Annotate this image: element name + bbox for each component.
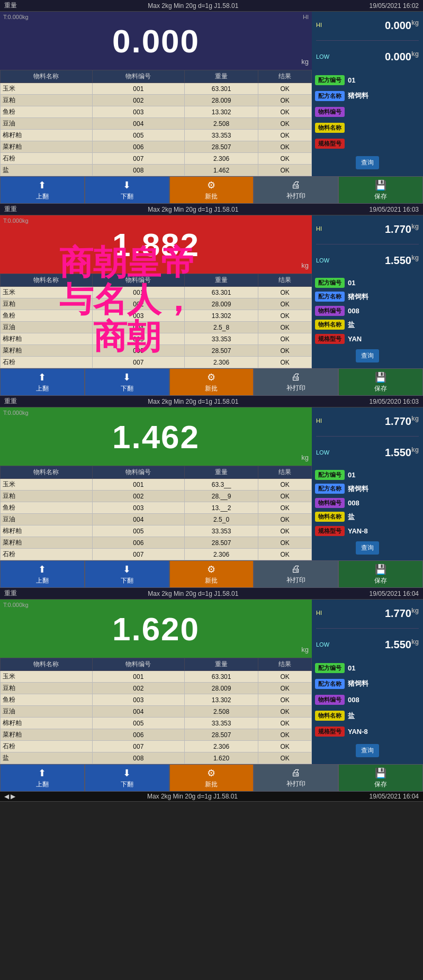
col-header: 物料名称: [1, 274, 93, 287]
btn-label-补打印: 补打印: [286, 192, 305, 201]
hi-row: HI 0.000kg: [316, 19, 419, 32]
formula-name-badge: 配方名称: [315, 484, 345, 494]
btn-上翻[interactable]: ⬆ 上翻: [0, 560, 85, 588]
btn-label-保存: 保存: [374, 780, 387, 789]
table-cell: 63.301: [184, 287, 258, 298]
btn-label-补打印: 补打印: [286, 779, 305, 788]
btn-上翻[interactable]: ⬆ 上翻: [0, 368, 85, 396]
spec-row: 规格型号 YAN: [315, 334, 420, 344]
btn-下翻[interactable]: ⬇ 下翻: [85, 560, 169, 588]
table-row: 棉籽粕00533.353OK: [1, 130, 312, 141]
btn-保存[interactable]: 💾 保存: [338, 764, 423, 792]
table-row: 豆油0042.5_0OK: [1, 514, 312, 525]
btn-label-下翻: 下翻: [121, 192, 133, 201]
table-cell: OK: [258, 83, 312, 95]
low-value: 0.000kg: [385, 50, 419, 63]
btn-补打印[interactable]: 🖨 补打印: [254, 764, 338, 792]
table-cell: 002: [92, 491, 184, 502]
table-row: 玉米00163.301OK: [1, 287, 312, 298]
weight-area: T:0.000kg HI 0.000 kg HI 0.000kg LOW 0.0…: [0, 12, 423, 70]
query-row[interactable]: 查询: [315, 348, 420, 364]
unit-kg: kg: [301, 453, 309, 461]
btn-上翻[interactable]: ⬆ 上翻: [0, 764, 85, 792]
bottom-left: ◀ ▶: [4, 793, 15, 800]
btn-label-上翻: 上翻: [36, 192, 49, 201]
btn-保存[interactable]: 💾 保存: [338, 176, 423, 204]
formula-no-value: 01: [348, 471, 355, 479]
material-no-badge: 物料编号: [315, 498, 345, 508]
col-header: 物料编号: [92, 70, 184, 83]
table-cell: 1.620: [184, 752, 258, 764]
query-button[interactable]: 查询: [356, 156, 379, 169]
formula-name-badge: 配方名称: [315, 679, 345, 689]
table-cell: 28.507: [184, 141, 258, 153]
spec-row: 规格型号 YAN-8: [315, 526, 420, 536]
table-cell: 004: [92, 706, 184, 718]
weight-main: T:0.000kg HI 0.000 kg: [0, 12, 312, 70]
table-cell: 63.301: [184, 83, 258, 95]
formula-name-row: 配方名称 猪饲料: [315, 91, 420, 101]
material-name-row: 物料名称 盐: [315, 512, 420, 522]
table-cell: 28.009: [184, 298, 258, 310]
material-no-badge: 物料编号: [315, 306, 345, 316]
table-cell: OK: [258, 729, 312, 741]
btn-下翻[interactable]: ⬇ 下翻: [85, 176, 169, 204]
weight-value: 0.000: [112, 22, 200, 60]
btn-保存[interactable]: 💾 保存: [338, 368, 423, 396]
low-value: 1.550kg: [385, 638, 419, 651]
query-row[interactable]: 查询: [315, 540, 420, 556]
query-button[interactable]: 查询: [356, 349, 379, 362]
btn-补打印[interactable]: 🖨 补打印: [254, 560, 338, 588]
spec-badge: 规格型号: [315, 526, 345, 536]
weight-right: HI 1.770kg LOW 1.550kg: [312, 600, 423, 658]
btn-新批[interactable]: ⚙ 新批: [169, 764, 254, 792]
btn-下翻[interactable]: ⬇ 下翻: [85, 368, 169, 396]
btn-下翻[interactable]: ⬇ 下翻: [85, 764, 169, 792]
table-cell: 007: [92, 357, 184, 368]
data-table: 物料名称物料编号重量结果玉米00163.3__OK豆粕00228.__9OK鱼粉…: [0, 466, 312, 560]
weight-area: T:0.000kg 1.462 kg HI 1.770kg LOW 1.550k…: [0, 407, 423, 466]
material-no-badge: 物料编号: [315, 695, 345, 705]
table-cell: 13.302: [184, 694, 258, 706]
table-cell: 003: [92, 106, 184, 118]
table-cell: 007: [92, 549, 184, 560]
formula-no-badge: 配方编号: [315, 470, 345, 480]
hi-text: HI: [316, 610, 332, 616]
col-header: 物料名称: [1, 70, 93, 83]
table-cell: 006: [92, 729, 184, 741]
table-row: 鱼粉00313.302OK: [1, 694, 312, 706]
table-cell: OK: [258, 310, 312, 322]
query-button[interactable]: 查询: [356, 541, 379, 555]
btn-icon-保存: 💾: [375, 179, 386, 191]
table-cell: 005: [92, 525, 184, 537]
table-cell: 菜籽粕: [1, 537, 93, 549]
btn-label-保存: 保存: [374, 384, 387, 393]
btn-补打印[interactable]: 🖨 补打印: [254, 176, 338, 204]
query-row[interactable]: 查询: [315, 742, 420, 759]
hi-row: HI 1.770kg: [316, 223, 419, 235]
table-cell: 2.306: [184, 153, 258, 165]
table-row: 鱼粉00313.302OK: [1, 106, 312, 118]
side-info-inner: 配方编号 01 配方名称 猪饲料 物料编号 008 物料名称 盐 规格型号 YA…: [312, 658, 423, 764]
table-cell: 豆油: [1, 706, 93, 718]
btn-新批[interactable]: ⚙ 新批: [169, 368, 254, 396]
side-info-inner: 配方编号 01 配方名称 猪饲料 物料编号 物料名称 规格型号 查询: [312, 70, 423, 176]
data-table: 物料名称物料编号重量结果玉米00163.301OK豆粕00228.009OK鱼粉…: [0, 274, 312, 368]
table-cell: OK: [258, 525, 312, 537]
btn-上翻[interactable]: ⬆ 上翻: [0, 176, 85, 204]
btn-新批[interactable]: ⚙ 新批: [169, 176, 254, 204]
btn-icon-上翻: ⬆: [38, 767, 46, 779]
btn-新批[interactable]: ⚙ 新批: [169, 560, 254, 588]
weight-value: 1.462: [112, 418, 200, 456]
table-cell: OK: [258, 491, 312, 502]
table-row: 石粉0072.306OK: [1, 153, 312, 165]
btn-补打印[interactable]: 🖨 补打印: [254, 368, 338, 396]
weight-main: T:0.000kg 1.882 kg: [0, 215, 312, 274]
table-cell: 008: [92, 165, 184, 176]
table-row: 玉米00163.301OK: [1, 671, 312, 683]
query-button[interactable]: 查询: [356, 744, 379, 757]
table-cell: OK: [258, 502, 312, 514]
btn-保存[interactable]: 💾 保存: [338, 560, 423, 588]
table-cell: OK: [258, 165, 312, 176]
query-row[interactable]: 查询: [315, 155, 420, 171]
